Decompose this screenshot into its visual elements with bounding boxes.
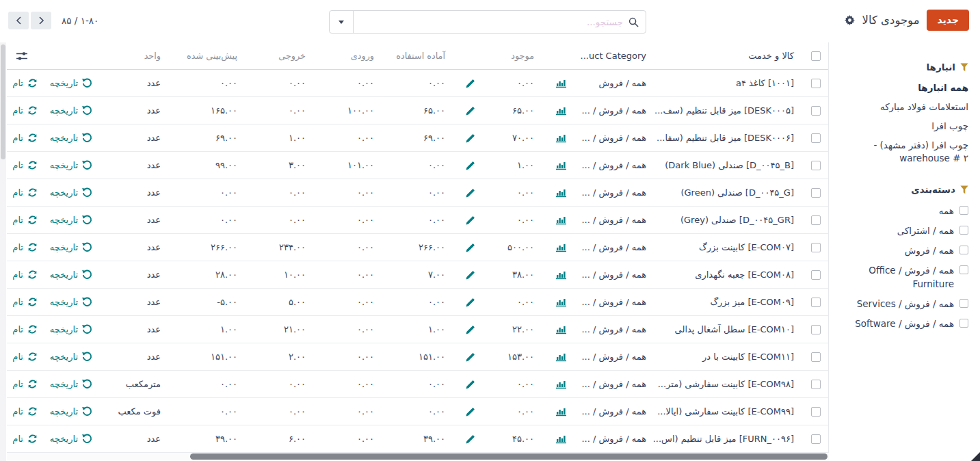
product-name[interactable]: [DESK۰۰۰۶] میز قابل تنظیم (سفا... bbox=[646, 133, 804, 143]
product-name[interactable]: [D_۰۰۴۵_G] صندلی (Green) bbox=[646, 187, 804, 198]
product-name[interactable]: [E-COM۰۷] کابینت بزرگ bbox=[646, 242, 804, 252]
row-checkbox[interactable] bbox=[811, 352, 821, 362]
row-checkbox[interactable] bbox=[811, 380, 821, 389]
forecast-chart-button[interactable] bbox=[545, 215, 578, 225]
column-header-unit[interactable]: واحد bbox=[92, 51, 172, 61]
history-button[interactable]: تاریخچه bbox=[38, 187, 92, 198]
forecast-chart-button[interactable] bbox=[545, 269, 578, 280]
edit-quantity-button[interactable] bbox=[456, 325, 485, 334]
table-row[interactable]: [DESK۰۰۰۶] میز قابل تنظیم (سفا... همه / … bbox=[7, 124, 828, 152]
optional-columns-button[interactable] bbox=[7, 51, 38, 61]
table-row[interactable]: [D_۰۰۴۵_GR] صندلی (Grey) همه / فروش / ..… bbox=[7, 207, 828, 234]
category-checkbox[interactable] bbox=[959, 206, 968, 215]
replenish-button[interactable]: تام bbox=[7, 269, 38, 280]
forecast-chart-button[interactable] bbox=[545, 78, 578, 88]
table-row[interactable]: [D_۰۰۴۵_G] صندلی (Green) همه / فروش / ..… bbox=[7, 179, 828, 207]
horizontal-scrollbar-thumb[interactable] bbox=[190, 453, 827, 460]
edit-quantity-button[interactable] bbox=[456, 243, 485, 252]
table-row[interactable]: [DESK۰۰۰۵] میز قابل تنظیم (سف... همه / ف… bbox=[7, 97, 828, 124]
history-button[interactable]: تاریخچه bbox=[38, 242, 92, 252]
row-checkbox[interactable] bbox=[811, 106, 821, 116]
replenish-button[interactable]: تام bbox=[7, 434, 38, 444]
forecast-chart-button[interactable] bbox=[545, 406, 578, 417]
replenish-button[interactable]: تام bbox=[7, 379, 38, 389]
product-name[interactable]: [E-COM۹۸] کابینت سفارشی (متر... bbox=[646, 379, 804, 389]
row-checkbox[interactable] bbox=[811, 325, 821, 334]
history-button[interactable]: تاریخچه bbox=[38, 297, 92, 307]
replenish-button[interactable]: تام bbox=[7, 187, 38, 198]
product-name[interactable]: [D_۰۰۴۵_GR] صندلی (Grey) bbox=[646, 215, 804, 225]
row-checkbox[interactable] bbox=[811, 243, 821, 252]
search-options-toggle[interactable] bbox=[330, 11, 354, 33]
edit-quantity-button[interactable] bbox=[456, 106, 485, 116]
warehouse-filter-item[interactable]: چوب افرا (دفتر مشهد) - warehouse # ۲ bbox=[835, 139, 968, 165]
product-name[interactable]: [E-COM۰۸] جعبه نگهداری bbox=[646, 269, 804, 280]
category-checkbox[interactable] bbox=[959, 265, 968, 274]
category-filter-item[interactable]: همه / اشتراکی bbox=[835, 224, 968, 237]
product-name[interactable]: [E-COM۰۹] میز بزرگ bbox=[646, 297, 804, 307]
row-checkbox[interactable] bbox=[811, 79, 821, 88]
replenish-button[interactable]: تام bbox=[7, 133, 38, 143]
column-header-on-hand[interactable]: موجود bbox=[485, 51, 545, 61]
history-button[interactable]: تاریخچه bbox=[38, 324, 92, 334]
history-button[interactable]: تاریخچه bbox=[38, 105, 92, 116]
row-checkbox[interactable] bbox=[811, 188, 821, 198]
vertical-scrollbar[interactable] bbox=[0, 42, 6, 461]
search-input[interactable] bbox=[354, 16, 624, 28]
category-checkbox[interactable] bbox=[959, 299, 968, 308]
row-checkbox[interactable] bbox=[811, 161, 821, 170]
history-button[interactable]: تاریخچه bbox=[38, 78, 92, 88]
category-filter-item[interactable]: همه / فروش / Software bbox=[835, 317, 968, 330]
table-row[interactable]: [E-COM۱۰] سطل آشغال پدالی همه / فروش / .… bbox=[7, 316, 828, 343]
product-name[interactable]: [E-COM۹۹] کابینت سفارشی (ایالا... bbox=[646, 406, 804, 417]
pager-previous-button[interactable] bbox=[8, 12, 29, 29]
column-header-forecast[interactable]: پیش‌بینی شده bbox=[172, 51, 248, 61]
warehouse-filter-item[interactable]: همه انبارها bbox=[835, 81, 968, 94]
history-button[interactable]: تاریخچه bbox=[38, 379, 92, 389]
edit-quantity-button[interactable] bbox=[456, 298, 485, 307]
forecast-chart-button[interactable] bbox=[545, 352, 578, 362]
history-button[interactable]: تاریخچه bbox=[38, 406, 92, 417]
table-row[interactable]: [۱۰۰۱] کاغذ a۴ همه / فروش ۰.۰۰ ۰.۰۰ bbox=[7, 70, 828, 97]
product-name[interactable]: [D_۰۰۴۵_B] صندلی (Dark Blue) bbox=[646, 160, 804, 170]
product-name[interactable]: [E-COM۱۱] کابینت با در bbox=[646, 352, 804, 362]
new-button[interactable]: جدید bbox=[927, 10, 969, 31]
row-checkbox[interactable] bbox=[811, 298, 821, 307]
warehouse-filter-item[interactable]: چوب افرا bbox=[835, 120, 968, 133]
table-row[interactable]: [E-COM۰۹] میز بزرگ همه / فروش / ... ۰.۰۰ bbox=[7, 289, 828, 316]
replenish-button[interactable]: تام bbox=[7, 160, 38, 170]
forecast-chart-button[interactable] bbox=[545, 297, 578, 307]
category-filter-item[interactable]: همه / فروش / Office Furniture bbox=[835, 263, 968, 291]
category-filter-item[interactable]: همه / فروش bbox=[835, 243, 968, 257]
product-name[interactable]: [E-COM۱۰] سطل آشغال پدالی bbox=[646, 324, 804, 334]
edit-quantity-button[interactable] bbox=[456, 407, 485, 417]
row-checkbox[interactable] bbox=[811, 407, 821, 417]
table-row[interactable]: [E-COM۱۱] کابینت با در همه / فروش / ... … bbox=[7, 343, 828, 371]
pager-range[interactable]: ۸۵ / ۱-۸۰ bbox=[62, 15, 98, 26]
table-row[interactable]: [D_۰۰۴۵_B] صندلی (Dark Blue) همه / فروش … bbox=[7, 152, 828, 179]
vertical-scrollbar-thumb[interactable] bbox=[1, 44, 5, 159]
row-checkbox[interactable] bbox=[811, 270, 821, 280]
history-button[interactable]: تاریخچه bbox=[38, 269, 92, 280]
category-checkbox[interactable] bbox=[959, 226, 968, 235]
category-filter-item[interactable]: همه bbox=[835, 204, 968, 218]
replenish-button[interactable]: تام bbox=[7, 105, 38, 116]
replenish-button[interactable]: تام bbox=[7, 215, 38, 225]
edit-quantity-button[interactable] bbox=[456, 434, 485, 444]
table-row[interactable]: [E-COM۰۸] جعبه نگهداری همه / فروش / ... … bbox=[7, 261, 828, 289]
history-button[interactable]: تاریخچه bbox=[38, 434, 92, 444]
replenish-button[interactable]: تام bbox=[7, 78, 38, 88]
forecast-chart-button[interactable] bbox=[545, 379, 578, 389]
forecast-chart-button[interactable] bbox=[545, 187, 578, 198]
replenish-button[interactable]: تام bbox=[7, 297, 38, 307]
table-row[interactable]: [E-COM۹۸] کابینت سفارشی (متر... همه / فر… bbox=[7, 371, 828, 398]
warehouse-filter-item[interactable]: استعلامات فولاد مبارکه bbox=[835, 101, 968, 114]
edit-quantity-button[interactable] bbox=[456, 133, 485, 143]
product-name[interactable]: [FURN_۰۰۹۶] میز قابل تنظیم (اس... bbox=[646, 434, 804, 444]
pager-next-button[interactable] bbox=[31, 12, 51, 29]
row-checkbox[interactable] bbox=[811, 215, 821, 225]
column-header-incoming[interactable]: ورودی bbox=[317, 51, 385, 61]
product-name[interactable]: [۱۰۰۱] کاغذ a۴ bbox=[646, 78, 804, 88]
table-row[interactable]: [E-COM۰۷] کابینت بزرگ همه / فروش / ... ۵… bbox=[7, 234, 828, 261]
forecast-chart-button[interactable] bbox=[545, 434, 578, 444]
